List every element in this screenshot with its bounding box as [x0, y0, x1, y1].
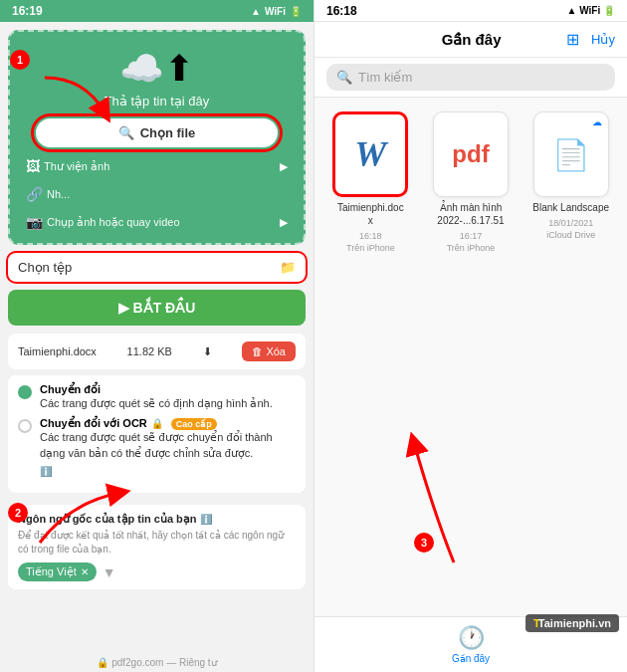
ocr-desc: Các trang được quét sẽ được chuyển đổi t…: [40, 430, 296, 461]
image-icon: 🖼: [26, 158, 40, 174]
lang-remove-icon[interactable]: ✕: [81, 566, 89, 577]
status-bar-left: 16:19 ▲ WiFi 🔋: [0, 0, 314, 22]
status-icons-right: ▲ WiFi 🔋: [567, 5, 615, 16]
watermark-brand: Taimienphi: [538, 617, 595, 629]
ocr-option-item: Chuyển đổi với OCR 🔒 Cao cấp Các trang đ…: [18, 417, 296, 479]
choose-tep-row[interactable]: Chọn tệp 📁: [8, 253, 306, 282]
library-arrow-icon: ▶: [280, 160, 288, 173]
camera-icon: 📷: [26, 214, 43, 230]
icloud-icon: ☁: [592, 116, 602, 127]
word-icon: W: [354, 133, 386, 175]
step-badge-1: 1: [10, 50, 30, 70]
step-badge-2: 2: [8, 503, 28, 523]
pdf-icon: pdf: [452, 140, 489, 168]
top-nav: Gần đây ⊞ Hủy: [314, 22, 627, 58]
search-icon-right: 🔍: [336, 70, 352, 85]
folder-icon: 📁: [280, 260, 296, 275]
file-size: 11.82 KB: [127, 345, 172, 357]
time-right: 16:18: [326, 4, 357, 18]
left-footer: 🔒 pdf2go.com — Riêng tư: [0, 653, 314, 672]
convert-desc: Các trang được quét sẽ có định dạng hình…: [40, 396, 273, 411]
delete-label: 🗑 Xóa: [252, 345, 286, 357]
choose-tep-label: Chọn tệp: [18, 260, 72, 275]
link-placeholder: Nh...: [47, 188, 70, 200]
recent-icon: 🕐: [458, 625, 485, 651]
upload-options: 🖼 Thư viện ảnh ▶ 🔗 Nh... 📷 Chụp ảnh hoặc…: [22, 153, 292, 235]
choose-file-label: Chọn file: [140, 125, 196, 140]
time-left: 16:19: [12, 4, 43, 18]
upload-label: Thả tập tin tại đây: [104, 94, 210, 109]
file-card-blank[interactable]: 📄 ☁ Blank Landscape 18/01/2021iCloud Dri…: [526, 112, 615, 602]
convert-title: Chuyển đổi: [40, 383, 273, 396]
cancel-button[interactable]: Hủy: [591, 32, 615, 47]
camera-row[interactable]: 📷 Chụp ảnh hoặc quay video ▶: [22, 209, 292, 235]
file-name: Taimienphi.docx: [18, 345, 97, 357]
camera-arrow-icon: ▶: [280, 216, 288, 229]
upload-area: ☁️⬆ Thả tập tin tại đây 🔍 Chọn file 🖼 Th…: [8, 30, 306, 245]
link-icon: 🔗: [26, 186, 43, 202]
delete-button[interactable]: 🗑 Xóa: [242, 341, 296, 361]
start-label: ▶ BẮT ĐẦU: [118, 300, 196, 316]
watermark: TTaimienphi .vn: [525, 614, 619, 632]
premium-badge: Cao cấp: [171, 418, 217, 430]
convert-options: Chuyển đổi Các trang được quét sẽ có địn…: [8, 375, 306, 493]
watermark-domain: .vn: [595, 617, 611, 629]
word-meta: 16:18Trên iPhone: [346, 231, 395, 254]
lang-info-icon: ℹ️: [200, 514, 212, 525]
blank-file-icon: 📄: [552, 137, 589, 172]
ocr-radio[interactable]: [18, 419, 32, 433]
file-thumbnail-blank[interactable]: 📄 ☁: [533, 112, 609, 197]
convert-radio[interactable]: [18, 385, 32, 399]
search-bar: 🔍 Tìm kiếm: [314, 58, 627, 98]
file-card-word[interactable]: W Taimienphi.docx 16:18Trên iPhone: [326, 112, 415, 602]
status-icons-left: ▲ WiFi 🔋: [251, 6, 302, 17]
nav-title: Gần đây: [442, 31, 502, 49]
grid-view-icon[interactable]: ⊞: [566, 30, 579, 49]
choose-file-button[interactable]: 🔍 Chọn file: [36, 118, 279, 147]
ocr-title: Chuyển đổi với OCR: [40, 417, 147, 430]
recent-label: Gần đây: [452, 653, 490, 664]
lang-name: Tiếng Việt: [26, 565, 77, 578]
library-label: Thư viện ảnh: [44, 160, 109, 173]
cloud-upload-icon: ☁️⬆: [119, 48, 194, 90]
recent-nav-item[interactable]: 🕐 Gần đây: [452, 625, 490, 664]
pdf-filename: Ảnh màn hình 2022-...6.17.51: [431, 201, 511, 227]
camera-label: Chụp ảnh hoặc quay video: [47, 216, 180, 229]
lang-desc: Để đạt được kết quả tốt nhất, hãy chọn t…: [18, 529, 296, 557]
search-placeholder: Tìm kiếm: [358, 70, 412, 85]
info-icon: ℹ️: [40, 466, 52, 477]
start-button[interactable]: ▶ BẮT ĐẦU: [8, 290, 306, 326]
status-bar-right: 16:18 ▲ WiFi 🔋: [314, 0, 627, 22]
language-section: Ngôn ngữ gốc của tập tin của bạn ℹ️ Để đ…: [8, 505, 306, 589]
blank-filename: Blank Landscape: [532, 201, 609, 214]
library-option[interactable]: 🖼 Thư viện ảnh ▶: [22, 153, 292, 179]
file-thumbnail-pdf[interactable]: pdf: [433, 112, 509, 197]
search-input-box[interactable]: 🔍 Tìm kiếm: [326, 64, 615, 91]
blank-meta: 18/01/2021iCloud Drive: [546, 218, 595, 241]
camera-option[interactable]: 🔗 Nh...: [22, 181, 292, 207]
file-thumbnail-word[interactable]: W: [332, 112, 408, 197]
word-filename: Taimienphi.docx: [337, 201, 404, 227]
file-card-pdf[interactable]: pdf Ảnh màn hình 2022-...6.17.51 16:17Tr…: [427, 112, 516, 602]
lock-icon: 🔒: [151, 418, 163, 429]
convert-option-item: Chuyển đổi Các trang được quét sẽ có địn…: [18, 383, 296, 411]
download-icon: ⬇: [203, 345, 212, 358]
lang-dropdown-icon[interactable]: ▼: [103, 564, 116, 580]
step-badge-3: 3: [414, 533, 434, 553]
nav-icons: ⊞ Hủy: [566, 30, 615, 49]
files-grid: W Taimienphi.docx 16:18Trên iPhone pdf Ả…: [314, 98, 627, 616]
search-icon: 🔍: [118, 125, 134, 140]
file-info-row: Taimienphi.docx 11.82 KB ⬇ 🗑 Xóa: [8, 334, 306, 369]
language-tag: Tiếng Việt ✕: [18, 562, 97, 581]
lang-title: Ngôn ngữ gốc của tập tin của bạn ℹ️: [18, 513, 296, 526]
pdf-meta: 16:17Trên iPhone: [447, 231, 496, 254]
